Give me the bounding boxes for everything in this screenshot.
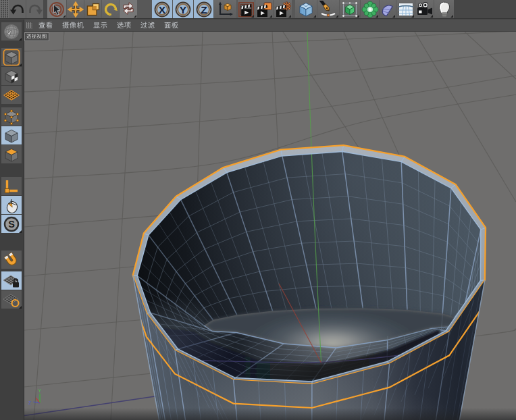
editable-sphere-icon: [2, 22, 21, 41]
model-mode-button[interactable]: [1, 48, 22, 66]
live-selection-button[interactable]: [47, 0, 66, 18]
texture-mode-button[interactable]: [1, 67, 22, 85]
flyout-corner-icon: [19, 230, 22, 233]
perspective-viewport[interactable]: YZ: [24, 32, 516, 420]
viewport-label-text: [26, 34, 47, 40]
menu-display-label: [93, 22, 108, 30]
menu-cameras-label: [62, 22, 84, 30]
add-deformer-button[interactable]: [361, 0, 379, 18]
coordinate-system-button[interactable]: [214, 0, 236, 18]
undo-button[interactable]: [9, 0, 26, 18]
viewport-label[interactable]: [24, 32, 49, 41]
flyout-corner-icon: [336, 15, 338, 18]
viewport-menubar: [24, 20, 516, 32]
menubar-grip[interactable]: [26, 22, 32, 28]
axis-l-icon: [3, 178, 20, 195]
model-cube-icon: [3, 49, 20, 66]
flyout-corner-icon: [269, 15, 272, 18]
pen-icon: [319, 1, 337, 18]
flyout-corner-icon: [392, 15, 395, 18]
toolbar-separator: [43, 0, 47, 18]
flyout-corner-icon: [313, 15, 316, 18]
rotate-button[interactable]: [102, 0, 119, 18]
axis-lock-letter: Z: [201, 3, 207, 15]
add-light-button[interactable]: [434, 0, 454, 18]
flyout-corner-icon: [19, 38, 22, 41]
lock-x: X: [153, 1, 171, 18]
render-view-button[interactable]: [238, 0, 255, 18]
gizmo-y-label: Y: [38, 388, 42, 393]
bottom-vignette: [24, 408, 516, 420]
menu-options-label: [117, 22, 132, 30]
menu-view[interactable]: [34, 20, 57, 32]
menu-cameras[interactable]: [57, 20, 88, 32]
polygons-mode-button[interactable]: [1, 145, 22, 163]
scale-icon: [85, 1, 101, 18]
add-spline-button[interactable]: [317, 0, 339, 18]
flyout-corner-icon: [134, 15, 136, 18]
toolbar-empty: [454, 0, 516, 18]
lock-z-button[interactable]: Z: [194, 0, 213, 18]
top-toolbar: X Y Z: [0, 0, 516, 19]
menu-filter-label: [140, 22, 155, 30]
menu-options[interactable]: [112, 20, 136, 32]
scale-button[interactable]: [84, 0, 101, 18]
flyout-corner-icon: [450, 15, 453, 18]
orientation-gizmo: YZ: [28, 388, 42, 405]
enable-axis-button[interactable]: [1, 177, 22, 195]
flyout-corner-icon: [430, 15, 433, 18]
menu-filter[interactable]: [136, 20, 159, 32]
axis-cube-icon: [216, 1, 235, 18]
menu-display[interactable]: [88, 20, 112, 32]
menu-panel[interactable]: [159, 20, 183, 32]
redo-button[interactable]: [26, 0, 43, 18]
flyout-corner-icon: [19, 306, 22, 309]
add-primitive-button[interactable]: [295, 0, 317, 18]
texture-cube-icon: [3, 68, 20, 85]
add-generator-button[interactable]: [340, 0, 360, 18]
workplane-rotate-icon: [2, 291, 21, 309]
scene-canvas[interactable]: YZ: [24, 32, 516, 420]
enable-snap-button[interactable]: S: [1, 215, 22, 233]
render-settings-button[interactable]: [274, 0, 292, 18]
workplane-mode-button[interactable]: [1, 86, 22, 104]
flyout-corner-icon: [411, 15, 414, 18]
add-environment-button[interactable]: [396, 0, 415, 18]
workplane-interactive-button[interactable]: [1, 290, 22, 309]
lock-y-button[interactable]: Y: [173, 0, 193, 18]
edges-cube-icon: [3, 127, 20, 145]
make-editable-button[interactable]: [1, 22, 22, 41]
lock-y: Y: [174, 1, 192, 18]
polygons-cube-icon: [3, 146, 20, 163]
flyout-corner-icon: [19, 63, 22, 66]
axis-lock-letter: X: [159, 3, 166, 15]
points-mode-button[interactable]: [1, 107, 22, 126]
magnet-icon: [3, 251, 20, 269]
add-field-button[interactable]: [380, 0, 396, 18]
workplane-lock-button[interactable]: [1, 271, 22, 290]
menu-panel-label: [164, 22, 179, 30]
redo-icon: [27, 2, 43, 17]
flyout-corner-icon: [376, 15, 378, 18]
snap-s-icon: S: [3, 215, 20, 233]
flyout-corner-icon: [288, 15, 291, 18]
last-tool-button[interactable]: [120, 0, 137, 18]
flyout-corner-icon: [251, 15, 254, 18]
render-picture-viewer-button[interactable]: [255, 0, 273, 18]
lock-x-button[interactable]: X: [152, 0, 172, 18]
viewport-solo-button[interactable]: [1, 196, 22, 214]
light-bulb-icon: [436, 1, 453, 18]
edges-mode-button[interactable]: [1, 126, 22, 145]
move-button[interactable]: [67, 0, 84, 18]
add-camera-button[interactable]: [415, 0, 434, 18]
flyout-corner-icon: [357, 15, 359, 18]
workplane-lock-icon: [2, 272, 21, 290]
lock-z: Z: [195, 1, 213, 18]
toolbar-grip[interactable]: [0, 0, 9, 18]
magnet-snap-button[interactable]: [1, 251, 22, 269]
move-icon: [68, 1, 84, 18]
blue-cube-icon: [297, 1, 315, 18]
cinema4d-app: X Y Z S YZ: [0, 0, 516, 420]
workplane-grid-icon: [3, 86, 20, 104]
rotate-icon: [103, 1, 119, 18]
